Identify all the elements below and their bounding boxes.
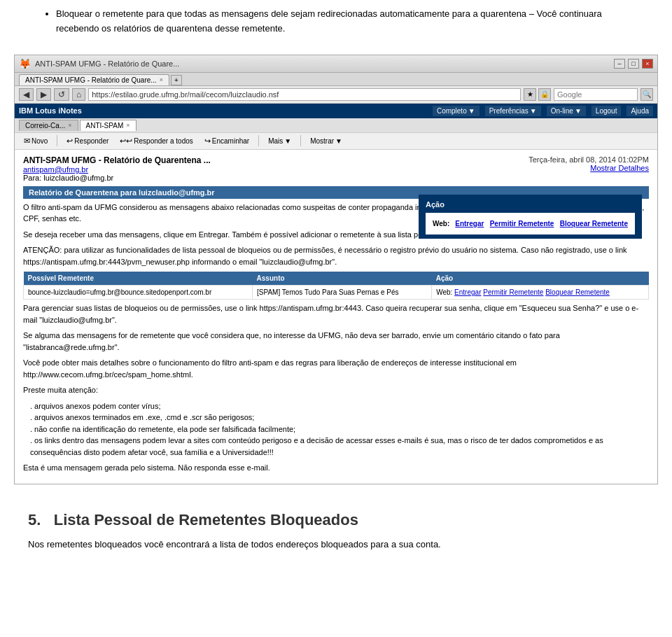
back-button[interactable]: ◀ [19, 88, 34, 101]
email-body-p6: Você pode obter mais detalhes sobre o fu… [23, 357, 649, 380]
browser-tabs: ANTI-SPAM UFMG - Relatório de Quare... ×… [15, 73, 657, 86]
toolbar-sep-3 [300, 135, 301, 146]
toolbar-sep-2 [258, 135, 259, 146]
section-5-number: 5. [28, 511, 41, 528]
mostrar-button[interactable]: Mostrar ▼ [307, 136, 346, 146]
search-icon[interactable]: 🔍 [640, 88, 653, 101]
spam-table-header-sender: Possível Remetente [24, 272, 253, 286]
lotus-toolbar: IBM Lotus iNotes Completo ▼ Preferências… [15, 104, 657, 118]
app-tab-antispam[interactable]: ANTI-SPAM × [80, 120, 136, 131]
section-5-body: Nos remetentes bloqueados você encontrar… [28, 538, 644, 552]
spam-permitir-link[interactable]: Permitir Remetente [483, 288, 543, 296]
spam-web-label: Web: [436, 288, 452, 296]
spam-sender: bounce-luizclaudio=ufmg.br@bounce.sitedo… [24, 286, 253, 300]
responder-todos-button[interactable]: ↩↩ Responder a todos [116, 135, 197, 147]
browser-titlebar-left: 🦊 ANTI-SPAM UFMG - Relatório de Quare... [19, 58, 179, 69]
home-button[interactable]: ⌂ [72, 88, 85, 101]
maximize-button[interactable]: □ [628, 59, 639, 69]
refresh-button[interactable]: ↺ [54, 88, 69, 101]
spam-table-header-subject: Assunto [253, 272, 432, 286]
lock-icon[interactable]: 🔒 [538, 88, 551, 101]
tab-close-icon[interactable]: × [160, 76, 163, 83]
app-tab-antispam-close[interactable]: × [126, 122, 130, 129]
bullet-links: . os links dentro das mensagens podem le… [30, 435, 649, 458]
email-date-area: Terça-feira, abril 08, 2014 01:02PM Most… [528, 155, 649, 182]
app-tabs: Correio-Ca... × ANTI-SPAM × [15, 118, 657, 133]
minimize-button[interactable]: – [614, 59, 625, 69]
address-bar[interactable] [88, 88, 521, 101]
acao-content: Web: Entregar Permitir Remetente Bloquea… [426, 213, 635, 234]
chevron-down-icon-2: ▼ [530, 107, 537, 115]
permitir-remetente-link[interactable]: Permitir Remetente [490, 220, 554, 227]
email-body-p3: ATENÇÃO: para utilizar as funcionalidade… [23, 244, 649, 267]
spam-table-header-action: Ação [432, 272, 649, 286]
search-input[interactable] [554, 88, 638, 101]
lotus-logout[interactable]: Logout [592, 106, 622, 116]
browser-window: 🦊 ANTI-SPAM UFMG - Relatório de Quare...… [14, 55, 658, 484]
responder-todos-icon: ↩↩ [120, 136, 132, 146]
bookmark-icon[interactable]: ★ [524, 88, 536, 101]
email-body-p4: Para gerenciar suas listas de bloqueios … [23, 302, 649, 326]
lotus-completo[interactable]: Completo ▼ [433, 106, 479, 116]
email-header: ANTI-SPAM UFMG - Relatório de Quarentena… [23, 155, 649, 182]
entregar-link[interactable]: Entregar [455, 220, 484, 227]
firefox-logo: 🦊 [19, 58, 31, 69]
email-area: ANTI-SPAM UFMG - Relatório de Quarentena… [15, 150, 657, 484]
encaminhar-button[interactable]: ↪ Encaminhar [201, 135, 253, 147]
lotus-ajuda[interactable]: Ajuda [626, 106, 653, 116]
lotus-preferencias[interactable]: Preferências ▼ [485, 106, 541, 116]
acao-web-label: Web: [430, 217, 452, 230]
browser-controls: – □ × [614, 59, 653, 69]
chevron-down-icon-3: ▼ [575, 107, 582, 115]
spam-subject: [SPAM] Temos Tudo Para Suas Pernas e Pés [253, 286, 432, 300]
bullet-exe: . arquivos anexos terminados em .exe, .c… [30, 412, 649, 424]
section-5-title: 5. Lista Pessoal de Remetentes Bloqueado… [28, 511, 644, 529]
email-details-link[interactable]: Mostrar Detalhes [590, 164, 649, 172]
spam-table: Possível Remetente Assunto Ação bounce-l… [23, 272, 649, 300]
acao-box: Ação Web: Entregar Permitir Remetente [419, 195, 642, 239]
browser-title: ANTI-SPAM UFMG - Relatório de Quare... [35, 59, 179, 68]
bullet-virus: . arquivos anexos podem conter vírus; [30, 400, 649, 412]
lotus-menu-right: Completo ▼ Preferências ▼ On-line ▼ Logo… [433, 106, 653, 116]
app-tab-correio[interactable]: Correio-Ca... × [19, 120, 78, 131]
email-body: Ação Web: Entregar Permitir Remetente [23, 202, 649, 474]
intro-section: Bloquear o remetente para que todas as m… [0, 0, 672, 49]
mais-button[interactable]: Mais ▼ [265, 136, 295, 146]
section-5: 5. Lista Pessoal de Remetentes Bloqueado… [0, 490, 672, 559]
chevron-down-icon: ▼ [468, 107, 475, 115]
responder-button[interactable]: ↩ Responder [63, 135, 112, 147]
section-5-title-text: Lista Pessoal de Remetentes Bloqueados [54, 511, 358, 528]
acao-table: Web: Entregar Permitir Remetente Bloquea… [430, 217, 631, 230]
novo-button[interactable]: ✉ Novo [20, 135, 51, 147]
toolbar-icons: ★ 🔒 [524, 88, 551, 101]
spam-bloquear-link[interactable]: Bloquear Remetente [545, 288, 610, 296]
new-tab-button[interactable]: + [171, 75, 182, 85]
tab-antispam[interactable]: ANTI-SPAM UFMG - Relatório de Quare... × [19, 74, 169, 85]
acao-title: Ação [426, 200, 444, 209]
toolbar-sep-1 [57, 135, 57, 146]
acao-links: Entregar Permitir Remetente Bloquear Rem… [452, 217, 631, 230]
lotus-online[interactable]: On-line ▼ [547, 106, 586, 116]
email-toolbar: ✉ Novo ↩ Responder ↩↩ Responder a todos … [15, 133, 657, 150]
responder-icon: ↩ [66, 136, 73, 146]
lotus-logo: IBM Lotus iNotes [19, 106, 82, 115]
email-body-p8: Esta é uma mensagem gerada pelo sistema.… [23, 462, 649, 474]
forward-button[interactable]: ▶ [36, 88, 51, 101]
app-tab-antispam-label: ANTI-SPAM [86, 122, 124, 130]
email-from[interactable]: antispam@ufmg.br [23, 165, 211, 174]
close-button[interactable]: × [642, 59, 653, 69]
novo-icon: ✉ [24, 136, 30, 146]
app-tab-correio-close[interactable]: × [68, 122, 71, 129]
mostrar-chevron-icon: ▼ [335, 137, 342, 145]
email-body-p5: Se alguma das mensagens for de remetente… [23, 330, 649, 353]
spam-entregar-link[interactable]: Entregar [454, 288, 481, 296]
bullet-falsificada: . não confie na identificação do remeten… [30, 424, 649, 435]
browser-addressbar: ◀ ▶ ↺ ⌂ ★ 🔒 🔍 [15, 86, 657, 104]
email-body-bullets: . arquivos anexos podem conter vírus; . … [23, 400, 649, 458]
email-date: Terça-feira, abril 08, 2014 01:02PM [528, 155, 649, 164]
email-subject: ANTI-SPAM UFMG - Relatório de Quarentena… [23, 155, 211, 165]
intro-bullet-1: Bloquear o remetente para que todas as m… [56, 7, 644, 36]
tab-antispam-label: ANTI-SPAM UFMG - Relatório de Quare... [25, 76, 157, 84]
bloquear-remetente-link[interactable]: Bloquear Remetente [560, 220, 628, 227]
encaminhar-icon: ↪ [204, 136, 211, 146]
